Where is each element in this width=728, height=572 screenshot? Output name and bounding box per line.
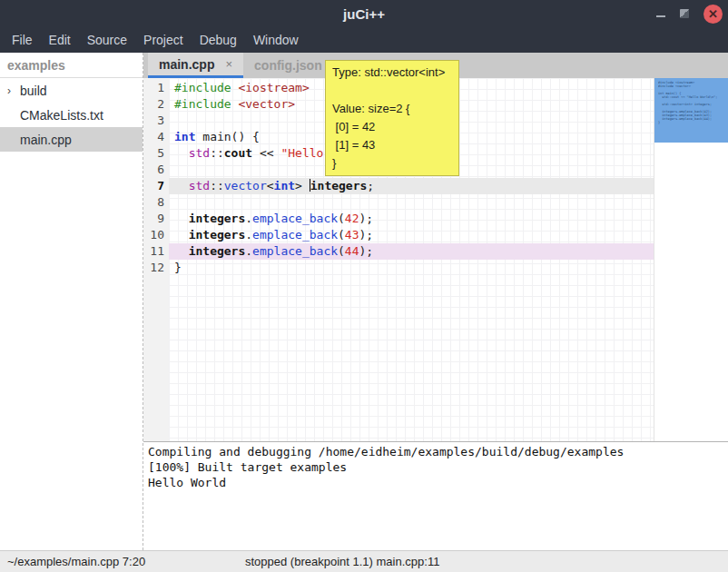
code-token — [174, 228, 189, 242]
status-bar: ~/examples/main.cpp 7:20 stopped (breakp… — [0, 550, 728, 572]
tree-item-label: main.cpp — [20, 133, 72, 147]
code-token: ( — [338, 228, 345, 242]
code-token — [174, 244, 189, 258]
line-number: 6 — [143, 162, 169, 178]
code-token: } — [174, 261, 182, 274]
minimap[interactable]: #include <iostream> #include <vector> in… — [654, 78, 728, 441]
minimize-icon[interactable] — [656, 15, 665, 17]
close-icon[interactable]: ✕ — [703, 5, 723, 24]
menu-item-source[interactable]: Source — [79, 27, 135, 53]
cursor-location-status: ~/examples/main.cpp 7:20 — [0, 555, 145, 568]
line-number: 11 — [143, 243, 169, 260]
code-token: ); — [359, 244, 374, 258]
code-token: int — [274, 179, 295, 192]
menu-item-debug[interactable]: Debug — [192, 27, 245, 53]
code-token: emplace_back — [252, 212, 338, 225]
tab-close-icon[interactable]: × — [225, 57, 232, 71]
file-tree-sidebar: examples ›buildCMakeLists.txtmain.cpp — [0, 53, 143, 550]
menu-item-project[interactable]: Project — [135, 27, 192, 53]
code-token — [174, 212, 189, 225]
code-token: 44 — [345, 244, 359, 258]
build-output-terminal[interactable]: Compiling and debugging /home/eidheim/ex… — [143, 441, 728, 550]
code-token: cout — [224, 146, 252, 160]
code-token — [174, 179, 189, 192]
tree-item-cmakelists-txt[interactable]: CMakeLists.txt — [0, 103, 143, 127]
code-line-12: } — [169, 260, 654, 276]
code-token: > — [295, 179, 310, 192]
code-token: < — [267, 179, 274, 192]
menu-item-edit[interactable]: Edit — [41, 27, 79, 53]
minimap-viewport[interactable]: #include <iostream> #include <vector> in… — [654, 78, 728, 143]
tab-label: main.cpp — [159, 57, 214, 72]
code-token: . — [245, 244, 252, 258]
code-line-11: integers.emplace_back(44); — [169, 243, 654, 260]
line-number: 12 — [143, 260, 169, 276]
terminal-output: Compiling and debugging /home/eidheim/ex… — [143, 442, 728, 490]
menu-item-window[interactable]: Window — [245, 27, 307, 53]
code-token: ( — [338, 244, 345, 258]
project-name-header: examples — [0, 53, 143, 78]
code-token: ; — [367, 179, 374, 192]
code-token: . — [245, 212, 252, 225]
code-token: emplace_back — [252, 244, 338, 258]
code-token: integers — [189, 244, 246, 258]
code-token: #include — [174, 81, 231, 94]
code-token: std — [189, 146, 210, 160]
code-token: emplace_back — [252, 228, 338, 242]
line-number: 5 — [143, 145, 169, 162]
code-token: ); — [359, 228, 374, 242]
code-token: integers — [310, 179, 368, 192]
juci-window: juCi++ ✕ FileEditSourceProjectDebugWindo… — [0, 0, 728, 572]
code-token: int — [174, 130, 195, 143]
window-title: juCi++ — [343, 6, 385, 22]
code-token — [174, 146, 189, 160]
minimap-code-preview: #include <iostream> #include <vector> in… — [654, 78, 728, 124]
code-token: vector — [224, 179, 267, 192]
line-number: 10 — [143, 227, 169, 243]
restore-icon[interactable] — [680, 9, 689, 18]
code-token: <iostream> — [238, 81, 309, 94]
code-token: #include — [174, 97, 231, 111]
code-token: main() { — [195, 130, 259, 143]
tree-item-build[interactable]: ›build — [0, 78, 143, 103]
line-number: 9 — [143, 211, 169, 227]
tab-config-json[interactable]: config.json — [243, 53, 333, 78]
debug-status: stopped (breakpoint 1.1) main.cpp:11 — [245, 555, 439, 568]
tab-label: config.json — [254, 58, 322, 73]
line-number: 2 — [143, 96, 169, 113]
line-number: 3 — [143, 113, 169, 129]
code-token: 42 — [345, 212, 359, 225]
code-line-8 — [169, 194, 654, 211]
tree-item-label: build — [20, 84, 47, 98]
code-line-9: integers.emplace_back(42); — [169, 211, 654, 227]
code-token: :: — [210, 146, 224, 160]
code-token: integers — [189, 228, 246, 242]
file-tree: ›buildCMakeLists.txtmain.cpp — [0, 78, 143, 152]
menu-item-file[interactable]: File — [4, 27, 41, 53]
line-number: 7 — [143, 178, 169, 194]
tab-main-cpp[interactable]: main.cpp× — [148, 53, 243, 78]
menubar: FileEditSourceProjectDebugWindow — [0, 27, 728, 53]
code-token: :: — [210, 179, 224, 192]
code-token: <vector> — [238, 97, 295, 111]
code-line-10: integers.emplace_back(43); — [169, 227, 654, 243]
code-token: 43 — [345, 228, 359, 242]
debug-value-tooltip: Type: std::vector<int> Value: size=2 { [… — [325, 60, 459, 176]
tree-item-label: CMakeLists.txt — [20, 108, 103, 123]
code-token: ); — [359, 212, 374, 225]
tree-item-main-cpp[interactable]: main.cpp — [0, 127, 143, 152]
line-number: 1 — [143, 80, 169, 96]
code-token: ( — [338, 212, 345, 225]
code-token: << — [252, 146, 280, 160]
line-number-gutter: 123456789101112 — [143, 78, 169, 441]
window-controls: ✕ — [656, 0, 723, 27]
expander-chevron-icon[interactable]: › — [7, 84, 20, 97]
code-token: integers — [189, 212, 246, 225]
line-number: 4 — [143, 129, 169, 145]
code-line-7: std::vector<int> integers; — [169, 178, 654, 194]
code-token: . — [245, 228, 252, 242]
code-token: std — [189, 179, 210, 192]
line-number: 8 — [143, 194, 169, 211]
titlebar[interactable]: juCi++ ✕ — [0, 0, 728, 27]
